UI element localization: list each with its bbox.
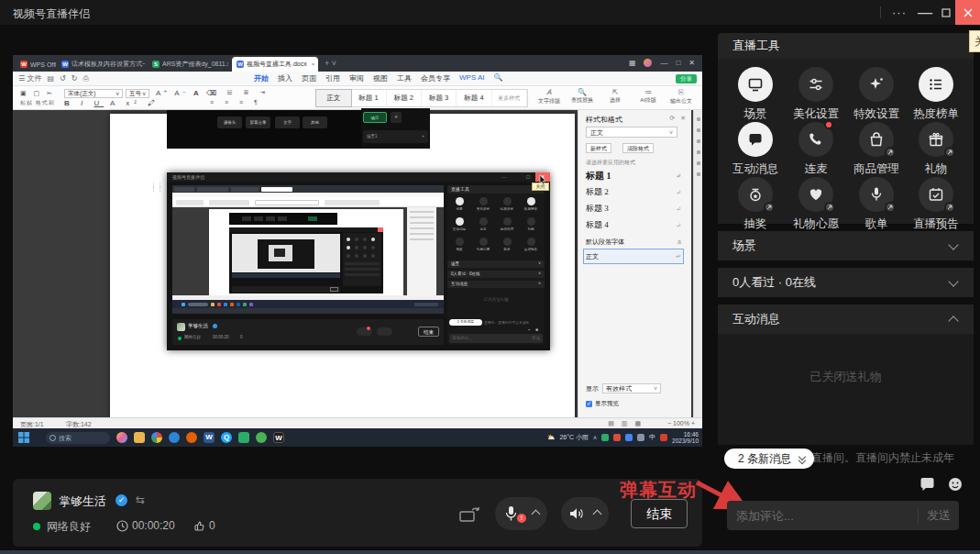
ime-indicator[interactable]: 中 xyxy=(649,433,655,442)
word-icon[interactable]: W xyxy=(204,432,215,443)
new-style-button[interactable]: 新样式 xyxy=(586,143,611,153)
menu-home[interactable]: 开始 xyxy=(254,73,269,83)
section-viewers[interactable]: 0人看过 · 0在线 xyxy=(718,268,974,297)
speaker-options-chevron[interactable] xyxy=(593,510,602,519)
drag-handle-icon[interactable]: ⋮⋮⋮⋮ xyxy=(150,183,163,191)
font-style-icons[interactable]: B I U A x² 🖍 xyxy=(64,99,160,107)
firefox-icon[interactable] xyxy=(186,432,197,443)
paste-icon[interactable]: ▣ ▢ ✂ xyxy=(20,90,55,97)
menu-view[interactable]: 视图 xyxy=(373,73,388,83)
taskbar-clock[interactable]: 16:46 2023/9/10 xyxy=(672,431,699,445)
start-button-icon[interactable] xyxy=(18,432,29,443)
widgets-icon[interactable] xyxy=(116,432,127,443)
new-messages-pill[interactable]: 2 条新消息 xyxy=(724,449,814,469)
section-messages[interactable]: 互动消息 xyxy=(718,305,974,334)
flip-camera-icon[interactable] xyxy=(458,504,482,525)
tray-wechat-icon[interactable] xyxy=(601,434,609,441)
undo-icon[interactable]: ↺ xyxy=(60,74,66,83)
style-item-default[interactable]: 默认段落字体a xyxy=(586,235,681,249)
tool-gifts[interactable]: 礼物 xyxy=(906,122,966,177)
menu-wps-ai[interactable]: WPS AI xyxy=(459,73,485,83)
tray-red-icon[interactable] xyxy=(613,434,621,441)
wechat-icon[interactable] xyxy=(238,432,249,443)
tool-live-preview[interactable]: 直播预告 xyxy=(906,177,966,232)
new-tab-button[interactable]: + ˅ xyxy=(325,59,336,68)
wps-minimize-icon[interactable]: — xyxy=(660,59,667,67)
menu-insert[interactable]: 插入 xyxy=(278,73,292,83)
menu-tools[interactable]: 工具 xyxy=(397,73,412,83)
font-family-select[interactable]: 宋体(正文)˅ xyxy=(64,89,123,98)
more-menu-button[interactable]: ··· xyxy=(886,0,913,25)
wps-doc-tab-1[interactable]: W 话术模板及内容设置方式一(1)× xyxy=(57,57,145,72)
ribbon-tool-export[interactable]: ⎘输出公文 xyxy=(666,88,697,105)
style-h3[interactable]: 标题 3 xyxy=(422,90,457,106)
pane-close-icon[interactable]: ✕ xyxy=(680,115,686,122)
close-button[interactable] xyxy=(955,0,980,25)
weather-icon[interactable]: ⛅ xyxy=(547,434,556,441)
view-mode-icons[interactable]: ▤ ▥ ▦ xyxy=(608,420,644,427)
refresh-icon[interactable]: ⟳ xyxy=(669,115,675,122)
tool-products[interactable]: 商品管理 xyxy=(846,122,907,177)
chrome-icon[interactable] xyxy=(151,432,162,443)
quark-icon[interactable]: Q xyxy=(221,432,232,443)
share-button[interactable]: 分享 xyxy=(676,74,697,83)
menu-reference[interactable]: 引用 xyxy=(325,73,340,83)
print-icon[interactable]: ⎙ xyxy=(83,74,88,83)
ribbon-tool-select[interactable]: ⇱选择 xyxy=(600,88,631,105)
style-h2[interactable]: 标题 2 xyxy=(387,90,422,106)
tool-ranking[interactable]: 热度榜单 xyxy=(906,67,966,122)
taskbar-search[interactable]: 搜索 xyxy=(46,432,110,444)
style-normal[interactable]: 正文 xyxy=(316,90,351,106)
style-item-h2[interactable]: 标题 2↵ xyxy=(586,185,681,199)
menu-review[interactable]: 审阅 xyxy=(349,73,364,83)
tab-close-icon[interactable]: × xyxy=(312,61,315,67)
style-h4[interactable]: 标题 4 xyxy=(457,90,491,106)
save-icon[interactable]: ▤ xyxy=(47,74,54,83)
tool-playlist[interactable]: 歌单 xyxy=(846,177,907,232)
clear-format-button[interactable]: 清除格式 xyxy=(622,143,654,153)
search-icon[interactable]: 🔍 xyxy=(494,73,503,83)
align-icons[interactable]: ≡ ≡ ≡ ¶ xyxy=(210,99,262,105)
wps-active-tab[interactable]: W 视频号直播工具.docx× xyxy=(232,57,318,72)
style-item-h3[interactable]: 标题 3↵ xyxy=(586,202,681,216)
wps-maximize-icon[interactable]: □ xyxy=(676,59,680,67)
zoom-control[interactable]: − 100% + xyxy=(667,420,695,427)
style-item-h1[interactable]: 标题 1↵ xyxy=(586,169,681,183)
tool-co-stream[interactable]: 连麦 xyxy=(786,122,846,177)
account-avatar[interactable] xyxy=(644,59,652,67)
redo-icon[interactable]: ↻ xyxy=(72,74,78,83)
current-style-select[interactable]: 正文˅ xyxy=(586,127,677,138)
tool-effects[interactable]: 特效设置 xyxy=(846,67,907,122)
style-h1[interactable]: 标题 1 xyxy=(351,90,386,106)
edge-icon[interactable] xyxy=(169,432,180,443)
font-size-select[interactable]: 五号˅ xyxy=(126,89,149,98)
app-icon-green[interactable] xyxy=(256,432,267,443)
explorer-icon[interactable] xyxy=(134,432,145,443)
switch-account-icon[interactable]: ⇆ xyxy=(136,493,145,506)
section-scene[interactable]: 场景 xyxy=(718,231,974,260)
end-live-button[interactable]: 结束 xyxy=(631,499,688,528)
wps-sheet-tab[interactable]: S ARS资产报表dy_0811.xlsx× xyxy=(148,57,228,72)
layout-icon[interactable]: ▦ xyxy=(629,59,636,67)
wps-taskbar-icon[interactable]: W xyxy=(273,432,284,443)
list-icons[interactable]: ☰ ☱ ≣ ⇥ xyxy=(210,89,270,96)
microphone-button[interactable]: ! xyxy=(495,497,547,530)
weather-label[interactable]: 26°C 小雨 xyxy=(559,433,589,442)
tool-interactive-messages[interactable]: 互动消息 xyxy=(725,122,786,177)
tool-lottery[interactable]: 抽奖 xyxy=(725,177,786,232)
ribbon-tool-typeset[interactable]: 𝐴̸文字排版 xyxy=(534,88,565,105)
ribbon-tool-ai[interactable]: ≔AI排版 xyxy=(633,88,664,105)
style-item-body[interactable]: 正文↵ xyxy=(584,249,683,263)
menu-page[interactable]: 页面 xyxy=(302,73,316,83)
show-style-select[interactable]: 有效样式˅ xyxy=(602,383,661,393)
tool-beauty[interactable]: 美化设置 xyxy=(786,67,846,122)
tray-badge-icon[interactable] xyxy=(660,434,667,441)
microphone-options-chevron[interactable] xyxy=(532,510,541,519)
comment-input[interactable] xyxy=(727,501,916,530)
tool-scene[interactable]: 场景 xyxy=(725,67,786,122)
speaker-button[interactable] xyxy=(561,497,609,530)
hamburger-icon[interactable]: ☰ 文件 xyxy=(18,73,41,83)
style-more[interactable]: 更多样式 xyxy=(492,90,527,106)
tray-expand-icon[interactable]: ˄ xyxy=(593,435,597,441)
maximize-button[interactable] xyxy=(935,0,957,25)
